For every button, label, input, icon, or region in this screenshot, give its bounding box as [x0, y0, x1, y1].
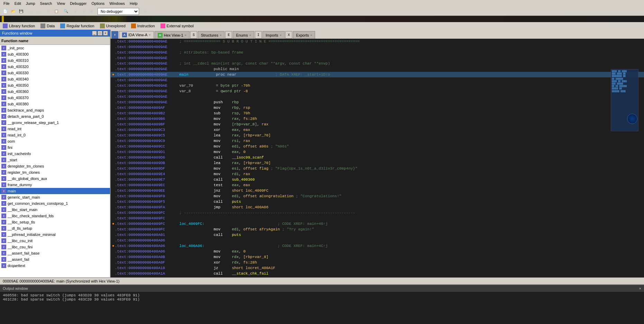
code-content: mov rdi, rax	[177, 172, 250, 176]
func-item-read-int[interactable]: fread_int	[0, 126, 110, 132]
func-list-container[interactable]: f_init_proc fsub_400300 fsub_400310 fsub…	[0, 45, 110, 277]
code-addr: .text:00000000004009E4	[115, 172, 177, 176]
tab-structures[interactable]: Structures ×	[198, 31, 224, 39]
toolbar-find[interactable]: 🔍	[62, 8, 70, 15]
output-close[interactable]: ×	[639, 286, 641, 290]
func-item[interactable]: f__do_global_dtors_aux	[0, 175, 110, 182]
toolbar-settings[interactable]: ⚙	[141, 8, 149, 15]
tab-enums[interactable]: Enums ×	[233, 31, 254, 39]
func-item-assert-fail[interactable]: f__assert_fail	[0, 256, 110, 263]
func-item[interactable]: f__dl_tls_setup	[0, 225, 110, 231]
func-icon: f	[1, 126, 6, 131]
minimap: ████ ██ ████ ███ ████ ██ ████████ ██ ██ …	[611, 69, 638, 131]
code-line: .text:00000000004009DF mov esi, offset f…	[111, 166, 644, 171]
menu-debugger[interactable]: Debugger	[68, 1, 89, 6]
toolbar-open[interactable]: 📂	[9, 8, 17, 15]
func-item[interactable]: f__libc_csu_init	[0, 238, 110, 244]
func-item[interactable]: fget_common_indeces_constprop_1	[0, 200, 110, 207]
func-item[interactable]: fframe_dummy	[0, 182, 110, 188]
code-line: .text:0000000000400A18 jz short locret_4…	[111, 265, 644, 271]
menu-help[interactable]: Help	[128, 1, 140, 6]
toolbar-paste[interactable]: 📋	[53, 8, 60, 15]
func-item[interactable]: f__gconv_release_step_part_1	[0, 120, 110, 126]
code-line: .text:00000000004009F0 mov edi, offset a…	[111, 193, 644, 199]
code-addr: .text:00000000004009C3	[115, 128, 177, 132]
func-item[interactable]: fsub_400370	[0, 95, 110, 101]
code-content: call sub_400360	[177, 178, 255, 182]
func-item[interactable]: foom	[0, 138, 110, 144]
toolbar-undo[interactable]: ↩	[27, 8, 35, 15]
tab-enums-close[interactable]: ×	[249, 34, 251, 37]
func-item[interactable]: f__libc_start_main	[0, 207, 110, 213]
func-item[interactable]: f__libc_csu_fini	[0, 244, 110, 250]
code-content: call puts	[177, 200, 241, 204]
func-item[interactable]: fderegister_tm_clones	[0, 163, 110, 169]
enums-icon[interactable]: E	[225, 31, 232, 39]
structures-icon[interactable]: S	[190, 31, 197, 39]
toolbar-save[interactable]: 💾	[17, 8, 25, 15]
menu-jump[interactable]: Jump	[24, 1, 37, 6]
tab-ida-view[interactable]: A IDA View-A ×	[119, 31, 154, 39]
func-item[interactable]: fsub_400300	[0, 51, 110, 57]
menu-search[interactable]: Search	[38, 1, 54, 6]
func-icon: f	[1, 120, 6, 125]
exports-icon[interactable]: X	[285, 31, 292, 39]
func-item[interactable]: f__pthread_initialize_minimal	[0, 231, 110, 238]
func-item[interactable]: f_start	[0, 157, 110, 163]
debugger-select[interactable]: No debugger	[98, 8, 139, 15]
tab-hex-close[interactable]: ×	[185, 34, 186, 37]
func-item[interactable]: fsub_400350	[0, 82, 110, 88]
func-item[interactable]: fregister_tm_clones	[0, 169, 110, 175]
functions-close[interactable]: ×	[103, 31, 108, 36]
functions-window-buttons: _ □ ×	[92, 31, 108, 36]
toolbar-pause[interactable]: ⏸	[80, 8, 88, 15]
tab-hex-view[interactable]: H Hex View-1 ×	[155, 31, 190, 39]
tab-exports[interactable]: Exports ×	[293, 31, 315, 39]
func-item[interactable]: finit_cacheinfo	[0, 151, 110, 157]
functions-maximize[interactable]: □	[98, 31, 102, 36]
toolbar-redo[interactable]: ↪	[35, 8, 43, 15]
func-item[interactable]: f_init_proc	[0, 45, 110, 51]
code-addr: .text:00000000004009FA	[115, 205, 177, 209]
func-item-assert-fail-base[interactable]: f__assert_fail_base	[0, 250, 110, 256]
func-item[interactable]: fsub_400330	[0, 70, 110, 76]
toolbar-stop[interactable]: ⏹	[88, 8, 95, 15]
func-item-main[interactable]: fmain	[0, 188, 110, 194]
functions-minimize[interactable]: _	[92, 31, 97, 36]
tab-exports-close[interactable]: ×	[310, 34, 312, 37]
code-content: xor rdx, fs:28h	[177, 260, 257, 265]
tab-imports-close[interactable]: ×	[280, 34, 282, 37]
func-item-read-int-0[interactable]: fread_int_0	[0, 132, 110, 138]
code-line: .text:00000000004009C3 xor eax, eax	[111, 127, 644, 133]
tab-structures-close[interactable]: ×	[220, 34, 221, 37]
func-item[interactable]: fsub_400380	[0, 101, 110, 107]
toolbar-copy[interactable]: ⧉	[45, 8, 52, 15]
func-icon: f	[1, 64, 6, 69]
func-item[interactable]: f__libc_setup_tls	[0, 219, 110, 225]
code-line: .text:000000000004009AE ; ==============…	[111, 39, 644, 44]
ida-nav-icon[interactable]: ⬆	[111, 31, 118, 39]
code-content: mov rdx, [rbp+var_8]	[177, 255, 268, 259]
func-item[interactable]: fgeneric_start_main	[0, 194, 110, 200]
menu-windows[interactable]: Windows	[107, 1, 127, 6]
tab-ida-close[interactable]: ×	[149, 33, 150, 37]
menu-edit[interactable]: Edit	[12, 1, 23, 6]
menu-view[interactable]: View	[55, 1, 67, 6]
func-item[interactable]: fsub_400360	[0, 88, 110, 95]
func-item[interactable]: fsub_400340	[0, 76, 110, 82]
menu-options[interactable]: Options	[89, 1, 107, 6]
func-item[interactable]: ffini	[0, 144, 110, 151]
tab-imports[interactable]: Imports ×	[263, 31, 285, 39]
imports-icon[interactable]: I	[255, 31, 262, 39]
func-item[interactable]: fdetach_arena_part_0	[0, 113, 110, 120]
func-item[interactable]: f__libc_check_standard_fds	[0, 213, 110, 219]
func-item[interactable]: fbacktrace_and_maps	[0, 107, 110, 113]
func-item[interactable]: fsub_400310	[0, 57, 110, 64]
func-item[interactable]: fsub_400320	[0, 64, 110, 70]
output-content[interactable]: 460558: bad sparse switch (jumps 483D20 …	[0, 292, 644, 316]
func-item[interactable]: fdcqaettext	[0, 263, 110, 269]
toolbar-run[interactable]: ▶	[72, 8, 80, 15]
menu-file[interactable]: File	[1, 1, 12, 6]
toolbar-new[interactable]: 📄	[1, 8, 9, 15]
code-view[interactable]: .text:000000000004009AE ; ==============…	[111, 39, 644, 277]
